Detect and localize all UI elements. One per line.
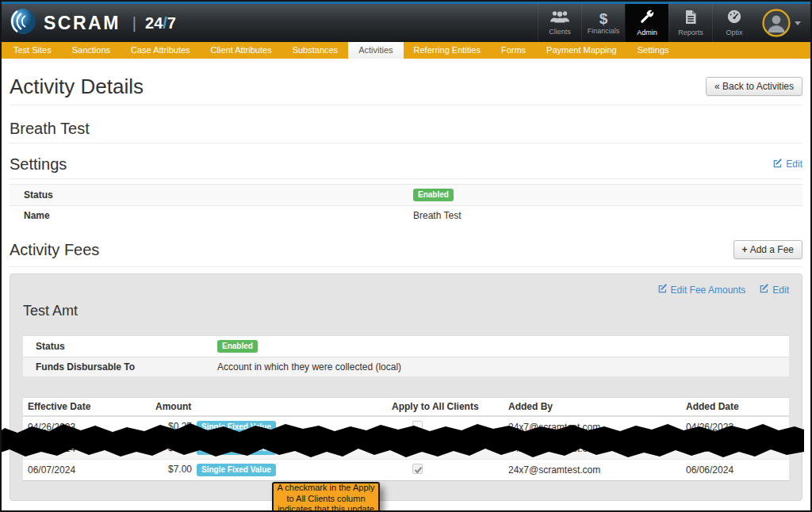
col-apply-to-all-clients: Apply to All Clients (387, 398, 504, 417)
added-by: 24x7@scramtest.com (504, 416, 681, 438)
settings-status-label: Status (10, 185, 410, 206)
tab-forms[interactable]: Forms (491, 42, 536, 59)
tab-client-attributes[interactable]: Client Attributes (201, 42, 282, 59)
nav-financials[interactable]: $ Financials (581, 4, 625, 42)
fee-edit-link[interactable]: Edit (760, 284, 789, 296)
top-nav-items: Clients $ Financials Admin (538, 4, 810, 42)
admin-wrench-icon (640, 10, 654, 27)
added-by: 24x7@scramtest.com (504, 460, 681, 481)
fee-table-header-row: Effective Date Amount Apply to All Clien… (23, 398, 789, 417)
funds-disbursable-value: Account in which they were collected (lo… (214, 357, 789, 377)
settings-row-status: Status Enabled (10, 185, 802, 206)
fee-panel: Edit Fee Amounts Edit Test Amt Status (10, 273, 802, 501)
effective-date: 04/26/2023 (23, 416, 151, 438)
col-added-by: Added By (504, 398, 681, 417)
tab-test-sites[interactable]: Test Sites (3, 42, 62, 59)
scram-globe-icon (10, 8, 36, 38)
nav-admin-label: Admin (637, 29, 657, 36)
nav-clients[interactable]: Clients (538, 4, 581, 42)
optix-gauge-icon (727, 10, 741, 27)
funds-disbursable-label: Funds Disbursable To (23, 357, 214, 377)
fee-status-label: Status (23, 336, 214, 357)
fee-status-badge: Enabled (217, 340, 258, 353)
settings-name-value: Breath Test (410, 206, 802, 226)
apply-all-checkbox[interactable] (412, 464, 423, 474)
tab-case-attributes[interactable]: Case Attributes (121, 42, 201, 59)
nav-optix-label: Optix (726, 29, 742, 36)
tab-settings[interactable]: Settings (627, 42, 680, 59)
tab-activities[interactable]: Activities (348, 42, 403, 59)
edit-icon (773, 159, 783, 170)
settings-heading: Settings (10, 155, 67, 173)
fee-row-2: 05/30/2024 $5.00Single Fixed Value 24x7@… (23, 438, 789, 460)
col-effective-date: Effective Date (23, 398, 151, 417)
account-menu[interactable] (756, 4, 810, 42)
status-badge: Enabled (413, 189, 454, 201)
tab-payment-mapping[interactable]: Payment Mapping (536, 42, 627, 59)
added-by: 24x7@scramtest.com (504, 438, 681, 460)
back-to-activities-button[interactable]: « Back to Activities (706, 77, 802, 96)
added-date: 04/26/2023 (681, 416, 789, 438)
tab-sanctions[interactable]: Sanctions (62, 42, 121, 59)
main-content: Activity Details « Back to Activities Br… (2, 75, 810, 512)
account-caret-icon (795, 21, 801, 25)
brand-separator: | (132, 14, 136, 32)
app-window: SCRAM | 24/7 Clients $ Financials (0, 0, 812, 512)
effective-date: 06/07/2024 (23, 460, 151, 481)
settings-row-name: Name Breath Test (10, 206, 802, 226)
settings-edit-link[interactable]: Edit (773, 159, 802, 170)
financials-icon: $ (599, 12, 608, 25)
added-date: 06/06/2024 (681, 460, 789, 481)
edit-icon (658, 284, 668, 296)
brand-name: SCRAM (44, 13, 121, 34)
amount: $7.00 (155, 464, 192, 475)
add-a-fee-button[interactable]: +Add a Fee (733, 240, 802, 259)
activity-name-heading: Breath Test (10, 120, 90, 137)
disabled-activity-fees-heading[interactable]: Disabled Activity Fees (10, 507, 165, 512)
fee-row-1: 04/26/2023 $0.25Single Fixed Value 24x7@… (23, 416, 789, 438)
effective-date: 05/30/2024 (23, 438, 151, 460)
apply-all-checkbox[interactable] (412, 442, 423, 453)
edit-fee-amounts-link[interactable]: Edit Fee Amounts (658, 284, 746, 296)
nav-reports[interactable]: Reports (668, 4, 712, 42)
nav-optix[interactable]: Optix (712, 4, 756, 42)
tab-referring-entities[interactable]: Referring Entities (404, 42, 491, 59)
fee-funds-row: Funds Disbursable To Account in which th… (23, 357, 789, 377)
activity-fees-heading: Activity Fees (10, 239, 99, 260)
amount: $5.00 (155, 442, 192, 453)
amount-type-badge: Single Fixed Value (197, 421, 276, 434)
avatar (762, 9, 791, 37)
settings-table: Status Enabled Name Breath Test (10, 184, 802, 225)
nav-clients-label: Clients (549, 28, 571, 36)
fee-status-row: Status Enabled (23, 336, 789, 357)
plus-icon: + (742, 244, 748, 255)
settings-name-label: Name (10, 206, 410, 226)
fee-name-heading: Test Amt (23, 302, 789, 319)
reports-icon (685, 10, 696, 27)
callout-text: A checkmark in the Apply to All Clients … (277, 483, 375, 512)
nav-reports-label: Reports (678, 29, 703, 36)
top-navbar: SCRAM | 24/7 Clients $ Financials (2, 4, 810, 42)
amount-type-badge: Single Fixed Value (197, 464, 276, 476)
fee-history-table: Effective Date Amount Apply to All Clien… (23, 397, 789, 481)
fee-info-table: Status Enabled Funds Disbursable To Acco… (23, 335, 789, 376)
col-amount: Amount (151, 398, 387, 417)
brand-247: 24/7 (145, 14, 176, 32)
tab-substances[interactable]: Substances (282, 42, 348, 59)
edit-icon (760, 284, 769, 296)
nav-admin[interactable]: Admin (625, 4, 668, 42)
nav-financials-label: Financials (588, 27, 620, 35)
added-date: 05/29/2024 (681, 438, 789, 460)
clients-icon (550, 10, 569, 26)
admin-tabs: Test Sites Sanctions Case Attributes Cli… (2, 42, 810, 59)
brand-logo[interactable]: SCRAM | 24/7 (2, 8, 176, 38)
annotation-callout: A checkmark in the Apply to All Clients … (272, 482, 380, 512)
fee-row-3: 06/07/2024 $7.00Single Fixed Value 24x7@… (23, 460, 789, 481)
amount: $0.25 (155, 421, 192, 432)
apply-all-checkbox[interactable] (412, 421, 423, 431)
amount-type-badge: Single Fixed Value (197, 442, 276, 455)
col-added-date: Added Date (681, 398, 789, 417)
page-title: Activity Details (10, 75, 144, 98)
